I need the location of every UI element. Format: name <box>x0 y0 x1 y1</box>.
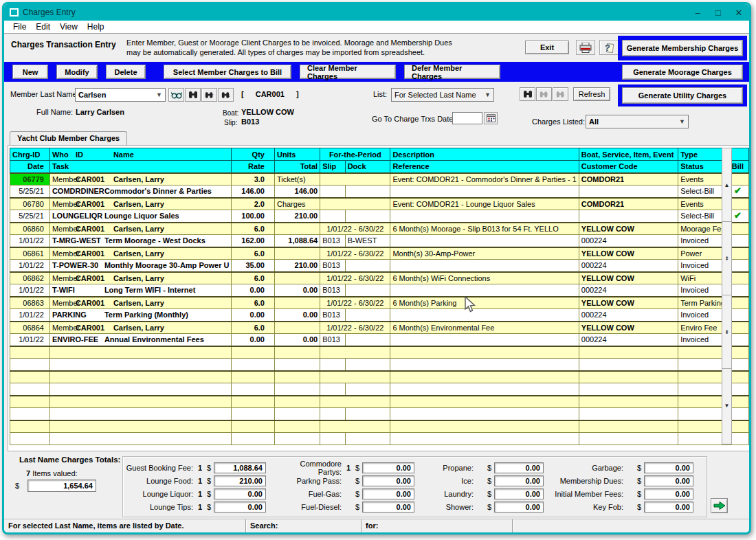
empty-row-line2[interactable] <box>10 383 749 396</box>
charge-row-line2[interactable]: 1/01/22T-MRG-WESTTerm Moorage - West Doc… <box>10 235 749 247</box>
modify-button[interactable]: Modify <box>56 65 98 79</box>
scroll-page-up-icon[interactable]: ⇞ <box>722 222 731 295</box>
scroll-page-down-icon[interactable]: ⇟ <box>722 295 731 369</box>
totals-groupbox: Guest Booking Fee:1$1,088.64Lounge Food:… <box>122 456 707 517</box>
charge-row-line1[interactable]: 06863MemberCAR001Carlsen, Larry6.01/01/2… <box>10 297 749 309</box>
grid-cell: 000224 <box>579 334 678 346</box>
menu-file[interactable]: File <box>8 21 31 33</box>
totals-label: Guest Booking Fee: <box>124 464 196 472</box>
grid-cell <box>390 235 579 247</box>
grid-cell <box>678 371 749 383</box>
find-previous-button[interactable]: ↑ <box>201 88 217 102</box>
member-last-name-combo[interactable]: Carlsen▼ <box>75 88 166 102</box>
grid-scrollbar[interactable]: ▲ ⇞ ⇟ ▼ <box>722 148 732 445</box>
charge-row-line2[interactable]: 1/01/22T-POWER-30Monthly Moorage 30-Amp … <box>10 260 749 272</box>
grid-cell: 6 Month(s) Parking <box>390 297 579 309</box>
lookup-button[interactable] <box>168 88 184 102</box>
list-label: List: <box>373 90 387 98</box>
grid-cell <box>320 173 390 185</box>
minimize-button[interactable]: – <box>687 4 708 21</box>
charge-row-line2[interactable]: 1/01/22T-WIFILong Term WIFI - Internet0.… <box>10 284 749 297</box>
new-button[interactable]: New <box>12 65 48 79</box>
totals-value: 0.00 <box>644 488 693 499</box>
scroll-down-icon[interactable]: ▼ <box>722 369 731 442</box>
charges-listed-combo[interactable]: All▼ <box>586 115 689 128</box>
print-button[interactable] <box>576 40 595 55</box>
charge-row-line2[interactable]: 1/01/22ENVIRO-FEEAnnual Environmental Fe… <box>10 334 749 346</box>
grid-cell <box>579 185 678 198</box>
empty-row-line1[interactable] <box>10 396 749 408</box>
charge-row-line1[interactable]: 06860MemberCAR001Carlsen, Larry6.01/01/2… <box>10 223 749 235</box>
grid-cell <box>678 408 727 420</box>
empty-row-line2[interactable] <box>10 408 749 420</box>
grid-cell: T-POWER-30Monthly Moorage 30-Amp Power U <box>49 260 232 272</box>
totals-row: Shower:$0.00 <box>424 500 544 513</box>
delete-button[interactable]: Delete <box>106 65 146 79</box>
find-button[interactable] <box>185 88 201 102</box>
window-title: Charges Entry <box>23 8 76 17</box>
tab-strip: Yacht Club Member Charges <box>4 130 749 145</box>
goto-date-input[interactable] <box>452 112 482 124</box>
col-header: Date <box>10 161 50 173</box>
maximize-button[interactable]: □ <box>708 4 729 21</box>
charge-row-line1[interactable]: 06779MemberCAR001Carlsen, Larry3.0Ticket… <box>10 173 749 185</box>
menu-edit[interactable]: Edit <box>31 21 55 33</box>
grid-cell: 0.00 <box>232 309 275 322</box>
empty-row-line1[interactable] <box>10 371 749 383</box>
boat-label: Boat: <box>223 109 238 117</box>
menu-view[interactable]: View <box>55 21 82 33</box>
totals-count: 1 <box>196 464 204 472</box>
empty-row-line1[interactable] <box>10 420 749 433</box>
empty-row-line1[interactable] <box>10 346 749 359</box>
grand-total-dollar: $ <box>15 482 19 490</box>
grid-cell <box>678 433 727 445</box>
charge-row-line1[interactable]: 06864MemberCAR001Carlsen, Larry6.01/01/2… <box>10 322 749 334</box>
menu-help[interactable]: Help <box>82 21 109 33</box>
defer-member-charges-button[interactable]: Defer Member Charges <box>404 65 500 79</box>
totals-dollar: $ <box>634 477 644 485</box>
app-window: Charges Entry – □ ✕ FileEditViewHelp Cha… <box>2 2 751 535</box>
totals-group: Garbage:$0.00Membership Dues:$0.00Initia… <box>553 461 693 517</box>
col-header: Customer Code <box>579 161 678 173</box>
grid-cell: B013 <box>320 309 345 322</box>
totals-dollar: $ <box>634 464 644 472</box>
close-button[interactable]: ✕ <box>729 4 749 21</box>
list-find-button[interactable] <box>520 87 535 101</box>
charge-row-line1[interactable]: 06862MemberCAR001Carlsen, Larry6.01/01/2… <box>10 272 749 284</box>
totals-value: 0.00 <box>214 502 266 513</box>
grid-cell <box>579 346 678 359</box>
select-member-charges-button[interactable]: Select Member Charges to Bill <box>164 65 291 79</box>
col-header: Slip <box>320 161 345 173</box>
list-find-next-button[interactable]: ↓ <box>553 87 568 101</box>
generate-moorage-button[interactable]: Generate Moorage Charges <box>622 65 743 80</box>
charge-row-line2[interactable]: 5/25/21LOUNGELIQRLounge Liquor Sales100.… <box>10 210 749 223</box>
grid-cell: ENVIRO-FEEAnnual Environmental Fees <box>49 334 232 346</box>
calendar-button[interactable] <box>484 112 498 124</box>
grid-cell <box>10 396 50 408</box>
list-find-previous-button[interactable]: ↑ <box>536 87 552 101</box>
charge-row-line2[interactable]: 1/01/22PARKINGTerm Parking (Monthly)0.00… <box>10 309 749 322</box>
help-button[interactable]: ? <box>599 40 619 55</box>
grid-cell <box>320 210 345 223</box>
charge-row-line1[interactable]: 06780MemberCAR001Carlsen, Larry2.0Charge… <box>10 198 749 210</box>
totals-label: Initial Member Fees: <box>553 490 626 498</box>
generate-membership-button[interactable]: Generate Membership Charges <box>622 40 743 56</box>
tab-yacht-club-member-charges[interactable]: Yacht Club Member Charges <box>10 131 127 145</box>
scroll-up-icon[interactable]: ▲ <box>722 148 731 222</box>
find-next-button[interactable]: ↓ <box>218 88 234 102</box>
grid-cell: 06860 <box>10 223 50 235</box>
exit-button[interactable]: Exit <box>525 41 569 54</box>
refresh-button[interactable]: Refresh <box>573 87 610 101</box>
empty-row-line2[interactable] <box>10 359 749 371</box>
clear-member-charges-button[interactable]: Clear Member Charges <box>300 65 396 79</box>
membership-panel: Generate Membership Charges <box>618 36 747 60</box>
totals-count: 1 <box>196 503 204 511</box>
charge-row-line2[interactable]: 5/25/21COMDRDINERCommodor's Dinner & Par… <box>10 185 749 198</box>
empty-row-line2[interactable] <box>10 433 749 445</box>
totals-label: Shower: <box>424 503 476 511</box>
list-combo[interactable]: For Selected Last Name▼ <box>391 88 494 102</box>
export-totals-button[interactable] <box>711 498 728 513</box>
generate-utility-button[interactable]: Generate Utility Charges <box>622 87 743 104</box>
charge-row-line1[interactable]: 06861MemberCAR001Carlsen, Larry6.01/01/2… <box>10 247 749 260</box>
grid-cell <box>390 309 579 322</box>
